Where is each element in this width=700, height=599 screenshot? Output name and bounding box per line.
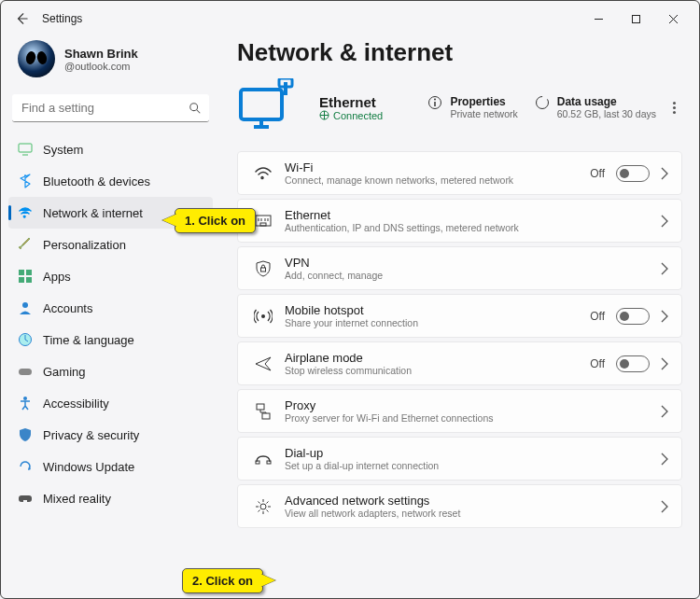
globe-small-icon: [319, 110, 329, 120]
minimize-button[interactable]: [580, 5, 617, 33]
chevron-right-icon: [661, 357, 668, 370]
svg-rect-27: [260, 223, 266, 226]
headset-icon: [18, 491, 33, 506]
paintbrush-icon: [18, 237, 33, 252]
svg-rect-12: [19, 369, 32, 375]
proxy-icon: [249, 402, 277, 421]
svg-rect-35: [262, 413, 270, 419]
svg-point-33: [261, 314, 265, 318]
setting-subtitle: Connect, manage known networks, metered …: [285, 174, 590, 186]
svg-rect-7: [26, 270, 32, 275]
sidebar-item-mixed-reality[interactable]: Mixed reality: [8, 482, 213, 514]
sidebar-item-windows-update[interactable]: Windows Update: [8, 451, 213, 482]
wifi-toggle[interactable]: [616, 165, 650, 182]
sidebar-item-label: Mixed reality: [43, 492, 111, 506]
vpn-shield-icon: [249, 259, 277, 278]
sidebar-item-bluetooth[interactable]: Bluetooth & devices: [8, 165, 213, 197]
svg-rect-9: [26, 277, 32, 283]
svg-point-25: [536, 97, 548, 109]
setting-vpn[interactable]: VPN Add, connect, manage: [237, 246, 682, 290]
profile-name: Shawn Brink: [64, 47, 138, 61]
titlebar: Settings: [1, 1, 699, 36]
chevron-right-icon: [661, 310, 668, 323]
settings-list: Wi-Fi Connect, manage known networks, me…: [237, 151, 682, 528]
minimize-icon: [594, 14, 604, 24]
setting-proxy[interactable]: Proxy Proxy server for Wi-Fi and Etherne…: [237, 389, 682, 433]
sidebar-item-accessibility[interactable]: Accessibility: [8, 387, 213, 419]
setting-title: Advanced network settings: [285, 494, 661, 508]
apps-icon: [18, 269, 33, 284]
setting-subtitle: Stop wireless communication: [285, 365, 590, 376]
setting-title: Airplane mode: [285, 351, 590, 365]
profile-email: @outlook.com: [64, 61, 138, 72]
update-icon: [18, 459, 33, 474]
chevron-right-icon: [661, 453, 668, 466]
svg-rect-8: [19, 277, 24, 283]
sidebar-item-label: Gaming: [43, 365, 86, 379]
sidebar-item-privacy[interactable]: Privacy & security: [8, 419, 213, 451]
svg-point-2: [190, 103, 198, 110]
setting-subtitle: Set up a dial-up internet connection: [285, 460, 661, 471]
close-button[interactable]: [654, 5, 692, 33]
callout-2: 2. Click on: [182, 568, 263, 593]
window-title: Settings: [42, 12, 82, 25]
maximize-button[interactable]: [617, 5, 654, 33]
sidebar-item-accounts[interactable]: Accounts: [8, 292, 213, 324]
sidebar-item-gaming[interactable]: Gaming: [8, 355, 213, 387]
setting-advanced-network[interactable]: Advanced network settings View all netwo…: [237, 484, 682, 528]
data-usage-link[interactable]: Data usage 60.52 GB, last 30 days: [535, 95, 656, 119]
properties-link[interactable]: Properties Private network: [427, 95, 517, 119]
sidebar-item-label: Apps: [43, 270, 71, 284]
status-row: Ethernet Connected Properties Private ne…: [237, 78, 682, 136]
setting-subtitle: Share your internet connection: [285, 317, 590, 328]
close-icon: [668, 14, 679, 24]
setting-ethernet[interactable]: Ethernet Authentication, IP and DNS sett…: [237, 199, 682, 243]
setting-mobile-hotspot[interactable]: Mobile hotspot Share your internet conne…: [237, 294, 682, 338]
profile[interactable]: Shawn Brink @outlook.com: [8, 36, 213, 91]
svg-point-10: [22, 302, 28, 308]
airplane-icon: [249, 355, 277, 373]
connection-state: Connected: [319, 110, 383, 121]
chevron-right-icon: [661, 167, 668, 180]
page-title: Network & internet: [237, 38, 682, 67]
sidebar-item-personalization[interactable]: Personalization: [8, 229, 213, 260]
sidebar-item-time-language[interactable]: Time & language: [8, 324, 213, 355]
setting-airplane-mode[interactable]: Airplane mode Stop wireless communicatio…: [237, 341, 682, 385]
setting-subtitle: View all network adapters, network reset: [285, 508, 661, 519]
connection-name: Ethernet: [319, 94, 383, 110]
setting-dialup[interactable]: Dial-up Set up a dial-up internet connec…: [237, 437, 682, 481]
search-input[interactable]: [20, 100, 189, 116]
svg-rect-37: [267, 461, 271, 464]
setting-title: Mobile hotspot: [285, 303, 590, 317]
hotspot-icon: [249, 307, 277, 326]
sidebar-item-system[interactable]: System: [8, 133, 213, 165]
sidebar: Shawn Brink @outlook.com System Bluetoot…: [1, 36, 220, 598]
toggle-label: Off: [590, 357, 605, 370]
chevron-right-icon: [661, 500, 668, 513]
chevron-right-icon: [661, 405, 668, 418]
svg-point-23: [434, 99, 436, 101]
properties-title: Properties: [450, 95, 517, 108]
setting-title: Wi-Fi: [285, 160, 590, 174]
setting-title: Proxy: [285, 398, 661, 412]
sidebar-item-label: Time & language: [43, 333, 134, 347]
more-button[interactable]: [673, 102, 682, 114]
setting-subtitle: Proxy server for Wi-Fi and Ethernet conn…: [285, 412, 661, 424]
sidebar-item-apps[interactable]: Apps: [8, 260, 213, 292]
gear-icon: [249, 497, 277, 516]
setting-subtitle: Authentication, IP and DNS settings, met…: [285, 222, 661, 233]
setting-title: Dial-up: [285, 446, 661, 460]
sidebar-item-label: Personalization: [43, 238, 126, 252]
setting-subtitle: Add, connect, manage: [285, 270, 661, 281]
accessibility-icon: [18, 396, 33, 411]
shield-icon: [18, 427, 33, 442]
wifi-icon: [249, 164, 277, 183]
gamepad-icon: [18, 364, 33, 379]
airplane-toggle[interactable]: [616, 355, 650, 372]
back-button[interactable]: [8, 6, 35, 32]
search-box[interactable]: [12, 94, 209, 122]
setting-wifi[interactable]: Wi-Fi Connect, manage known networks, me…: [237, 151, 682, 195]
svg-rect-36: [256, 461, 259, 464]
hotspot-toggle[interactable]: [616, 308, 650, 325]
content: Network & internet Ethernet Connected: [220, 36, 699, 598]
